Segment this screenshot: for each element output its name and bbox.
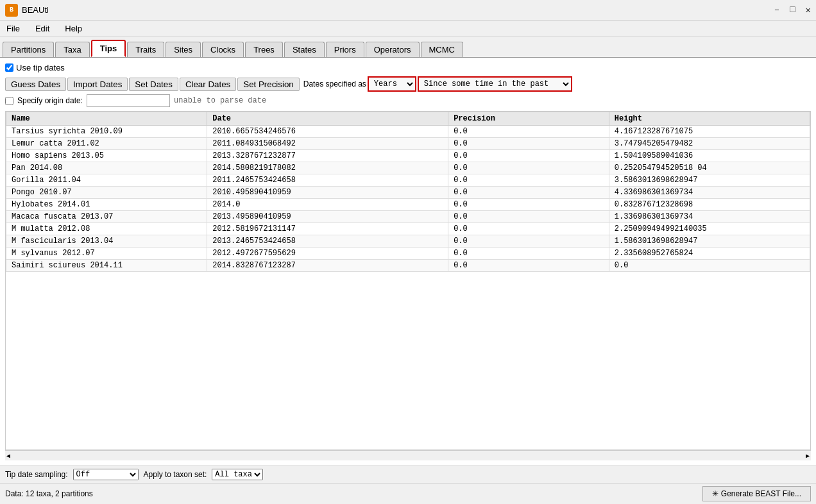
table-cell-1-1: 2011.0849315068492 xyxy=(207,138,448,150)
table-cell-3-1: 2014.5808219178082 xyxy=(207,162,448,174)
table-cell-9-2: 0.0 xyxy=(448,235,609,248)
table-row[interactable]: Homo sapiens 2013.052013.32876712328770.… xyxy=(6,150,810,162)
table-cell-3-2: 0.0 xyxy=(448,162,609,174)
origin-date-input[interactable] xyxy=(87,94,170,107)
table-cell-9-3: 1.5863013698628947 xyxy=(609,235,810,248)
apply-to-taxon-label: Apply to taxon set: xyxy=(144,470,207,479)
table-row[interactable]: Hylobates 2014.012014.00.00.832876712328… xyxy=(6,199,810,211)
table-cell-0-2: 0.0 xyxy=(448,126,609,138)
tab-priors[interactable]: Priors xyxy=(326,42,364,57)
tab-tips[interactable]: Tips xyxy=(91,40,126,57)
menubar: File Edit Help xyxy=(0,21,816,37)
scroll-right-arrow[interactable]: ▶ xyxy=(806,452,810,460)
since-dropdown[interactable]: Since some time in the past Before the p… xyxy=(418,76,572,92)
horizontal-scrollbar[interactable]: ◀ ▶ xyxy=(5,450,811,460)
bottom-bar: Tip date sampling: Off Random Walk Apply… xyxy=(0,466,816,483)
tab-states[interactable]: States xyxy=(284,42,325,57)
specify-origin-label: Specify origin date: xyxy=(17,96,83,105)
tab-partitions[interactable]: Partitions xyxy=(3,42,54,57)
table-row[interactable]: M fascicularis 2013.042013.2465753424658… xyxy=(6,235,810,248)
guess-dates-button[interactable]: Guess Dates xyxy=(5,78,66,91)
table-cell-8-0: M mulatta 2012.08 xyxy=(6,223,207,235)
tab-mcmc[interactable]: MCMC xyxy=(421,42,463,57)
clear-dates-button[interactable]: Clear Dates xyxy=(180,78,236,91)
col-header-date: Date xyxy=(207,112,448,126)
table-cell-7-0: Macaca fuscata 2013.07 xyxy=(6,211,207,223)
table-cell-9-0: M fascicularis 2013.04 xyxy=(6,235,207,248)
table-row[interactable]: M mulatta 2012.082012.58196721311470.02.… xyxy=(6,223,810,235)
tip-date-sampling-dropdown[interactable]: Off Random Walk xyxy=(73,469,139,480)
table-cell-11-1: 2014.8328767123287 xyxy=(207,260,448,272)
table-cell-2-2: 0.0 xyxy=(448,150,609,162)
data-table-container[interactable]: Name Date Precision Height Tarsius syric… xyxy=(5,111,811,450)
tab-clocks[interactable]: Clocks xyxy=(202,42,244,57)
table-cell-1-0: Lemur catta 2011.02 xyxy=(6,138,207,150)
close-button[interactable]: ✕ xyxy=(806,4,811,15)
table-cell-11-3: 0.0 xyxy=(609,260,810,272)
table-cell-3-3: 0.252054794520518 04 xyxy=(609,162,810,174)
table-cell-4-2: 0.0 xyxy=(448,174,609,187)
app-icon: B xyxy=(5,4,18,17)
use-tip-dates-checkbox[interactable] xyxy=(5,63,13,72)
table-cell-10-0: M sylvanus 2012.07 xyxy=(6,248,207,260)
tab-traits[interactable]: Traits xyxy=(127,42,164,57)
app-title: BEAUti xyxy=(22,5,49,15)
table-row[interactable]: Lemur catta 2011.022011.08493150684920.0… xyxy=(6,138,810,150)
table-row[interactable]: Pan 2014.082014.58082191780820.00.252054… xyxy=(6,162,810,174)
origin-row: Specify origin date: unable to parse dat… xyxy=(5,94,811,107)
dates-specified-label: Dates specified as xyxy=(303,80,366,88)
scroll-left-arrow[interactable]: ◀ xyxy=(6,452,10,460)
table-cell-2-1: 2013.3287671232877 xyxy=(207,150,448,162)
menu-edit[interactable]: Edit xyxy=(31,22,53,35)
apply-to-taxon-dropdown[interactable]: All taxa xyxy=(212,469,263,480)
table-cell-6-2: 0.0 xyxy=(448,199,609,211)
table-cell-4-3: 3.5863013698628947 xyxy=(609,174,810,187)
table-row[interactable]: Tarsius syrichta 2010.092010.66575342465… xyxy=(6,126,810,138)
table-cell-9-1: 2013.2465753424658 xyxy=(207,235,448,248)
table-body: Tarsius syrichta 2010.092010.66575342465… xyxy=(6,126,810,272)
specify-origin-checkbox[interactable] xyxy=(5,97,13,105)
statusbar: Data: 12 taxa, 2 partitions ✳ Generate B… xyxy=(0,483,816,504)
table-cell-7-1: 2013.495890410959 xyxy=(207,211,448,223)
use-tip-dates-label[interactable]: Use tip dates xyxy=(5,63,65,72)
table-cell-2-0: Homo sapiens 2013.05 xyxy=(6,150,207,162)
menu-file[interactable]: File xyxy=(3,22,24,35)
maximize-button[interactable]: □ xyxy=(790,4,795,15)
table-cell-4-1: 2011.2465753424658 xyxy=(207,174,448,187)
table-cell-6-1: 2014.0 xyxy=(207,199,448,211)
table-cell-10-3: 2.335608952765824 xyxy=(609,248,810,260)
data-info-text: Data: 12 taxa, 2 partitions xyxy=(5,489,93,498)
tab-bar: Partitions Taxa Tips Traits Sites Clocks… xyxy=(0,37,816,58)
tip-date-sampling-label: Tip date sampling: xyxy=(5,470,68,479)
years-dropdown[interactable]: Years Months Days xyxy=(368,76,416,92)
tab-trees[interactable]: Trees xyxy=(245,42,283,57)
table-cell-11-2: 0.0 xyxy=(448,260,609,272)
table-cell-5-1: 2010.495890410959 xyxy=(207,187,448,199)
table-cell-10-2: 0.0 xyxy=(448,248,609,260)
col-header-name: Name xyxy=(6,112,207,126)
minimize-button[interactable]: – xyxy=(774,4,779,15)
tab-taxa[interactable]: Taxa xyxy=(55,42,89,57)
set-dates-button[interactable]: Set Dates xyxy=(129,78,178,91)
table-row[interactable]: Saimiri sciureus 2014.112014.83287671232… xyxy=(6,260,810,272)
table-cell-6-0: Hylobates 2014.01 xyxy=(6,199,207,211)
window-controls[interactable]: – □ ✕ xyxy=(774,4,811,15)
table-cell-11-0: Saimiri sciureus 2014.11 xyxy=(6,260,207,272)
tab-sites[interactable]: Sites xyxy=(166,42,201,57)
table-row[interactable]: Pongo 2010.072010.4958904109590.04.33698… xyxy=(6,187,810,199)
table-cell-1-2: 0.0 xyxy=(448,138,609,150)
menu-help[interactable]: Help xyxy=(61,22,86,35)
main-panel: Use tip dates Guess Dates Import Dates S… xyxy=(0,58,816,466)
table-row[interactable]: M sylvanus 2012.072012.49726775956290.02… xyxy=(6,248,810,260)
table-row[interactable]: Gorilla 2011.042011.24657534246580.03.58… xyxy=(6,174,810,187)
table-cell-5-0: Pongo 2010.07 xyxy=(6,187,207,199)
tab-operators[interactable]: Operators xyxy=(366,42,420,57)
generate-beast-file-button[interactable]: ✳ Generate BEAST File... xyxy=(702,486,811,501)
import-dates-button[interactable]: Import Dates xyxy=(67,78,128,91)
set-precision-button[interactable]: Set Precision xyxy=(237,78,300,91)
data-table: Name Date Precision Height Tarsius syric… xyxy=(6,112,810,272)
table-row[interactable]: Macaca fuscata 2013.072013.4958904109590… xyxy=(6,211,810,223)
table-cell-3-0: Pan 2014.08 xyxy=(6,162,207,174)
use-tip-dates-row: Use tip dates xyxy=(5,63,811,72)
table-cell-5-3: 4.336986301369734 xyxy=(609,187,810,199)
